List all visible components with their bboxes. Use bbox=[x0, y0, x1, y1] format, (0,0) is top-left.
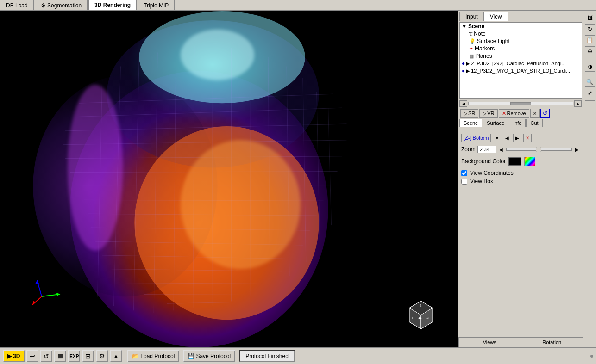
nav-arrow-btn[interactable]: ↩ bbox=[26, 350, 38, 362]
segmentation-icon: ⚙ bbox=[41, 2, 46, 9]
tree-markers-icon: ✦ bbox=[469, 46, 473, 52]
toolbar-expand-btn[interactable]: ⤢ bbox=[585, 88, 595, 98]
svg-point-38 bbox=[181, 140, 301, 269]
main-area: -Z Y- X+ ✦ Input View ▼ Scene T Note 💡 bbox=[0, 11, 596, 347]
btn-3d[interactable]: ▶ 3D bbox=[3, 350, 25, 362]
orientation-dropdown[interactable]: [Z-] Bottom bbox=[461, 134, 491, 142]
save-icon: 💾 bbox=[188, 353, 194, 359]
zoom-decrease-btn[interactable]: ◀ bbox=[498, 146, 504, 153]
text-icon: EXP bbox=[69, 354, 79, 359]
toolbar-separator-3 bbox=[585, 100, 595, 101]
tree-item-markers[interactable]: ✦ Markers bbox=[460, 45, 582, 52]
view-coordinates-row: View Coordinates bbox=[461, 170, 580, 176]
toolbar-add-btn[interactable]: ⊕ bbox=[585, 46, 595, 56]
rotate-btn[interactable]: ↺ bbox=[40, 350, 52, 362]
contrast-icon: ◑ bbox=[588, 63, 592, 70]
toolbar-separator-1 bbox=[585, 59, 595, 59]
sub-tab-cut[interactable]: Cut bbox=[526, 119, 542, 127]
orientation-prev[interactable]: ◀ bbox=[503, 134, 511, 142]
remove-button[interactable]: ✕ Remove bbox=[499, 109, 529, 118]
load-protocol-btn[interactable]: 📂 Load Protocol bbox=[127, 350, 179, 362]
status-dot bbox=[590, 355, 593, 358]
view-box-checkbox[interactable] bbox=[461, 179, 467, 185]
toolbar-doc-btn[interactable]: 📋 bbox=[585, 35, 595, 45]
toolbar-search-btn[interactable]: 🔍 bbox=[585, 77, 595, 87]
tab-view[interactable]: View bbox=[484, 12, 508, 21]
save-protocol-btn[interactable]: 💾 Save Protocol bbox=[183, 350, 235, 362]
layers-btn[interactable]: ⊞ bbox=[82, 350, 94, 362]
scene-tree: ▼ Scene T Note 💡 Surface Light ✦ Markers… bbox=[459, 22, 582, 99]
tab-segmentation[interactable]: ⚙ Segmentation bbox=[35, 0, 88, 10]
tree-item-surface-light[interactable]: 💡 Surface Light bbox=[460, 37, 582, 45]
tree-note-icon: T bbox=[469, 31, 472, 37]
close-panel-button[interactable]: ✕ bbox=[530, 109, 540, 118]
view-coordinates-checkbox[interactable] bbox=[461, 170, 467, 176]
tree-item-note[interactable]: T Note bbox=[460, 30, 582, 37]
view-box-row: View Box bbox=[461, 178, 580, 185]
tree-dataset2-color: ● bbox=[462, 68, 465, 74]
sub-tab-scene[interactable]: Scene bbox=[459, 119, 482, 127]
orientation-nav-down[interactable]: ▼ bbox=[493, 134, 501, 142]
panel-bottom-tabs: Views Rotation bbox=[458, 337, 583, 347]
render-buttons-row: ▷ SR ▷ VR ✕ Remove ✕ ↺ bbox=[458, 108, 583, 119]
sr-button[interactable]: ▷ SR bbox=[460, 109, 478, 118]
orientation-reset[interactable]: ✕ bbox=[523, 134, 532, 142]
zoom-slider[interactable] bbox=[506, 148, 572, 151]
bg-color-swatch[interactable] bbox=[508, 157, 521, 166]
up-btn[interactable]: ▲ bbox=[110, 350, 122, 362]
toolbar-image-btn[interactable]: 🖼 bbox=[585, 13, 595, 23]
zoom-increase-btn[interactable]: ▶ bbox=[574, 146, 580, 153]
settings-btn[interactable]: ⚙ bbox=[96, 350, 108, 362]
zoom-row: Zoom ◀ ▶ bbox=[461, 146, 580, 153]
scroll-thumb[interactable] bbox=[510, 102, 531, 105]
grid-btn[interactable]: ▦ bbox=[54, 350, 66, 362]
tree-light-icon: 💡 bbox=[469, 38, 476, 44]
sub-tab-surface[interactable]: Surface bbox=[483, 119, 508, 127]
color-picker-button[interactable] bbox=[524, 157, 535, 166]
bottom-tab-views[interactable]: Views bbox=[458, 337, 521, 347]
refresh-button[interactable]: ↺ bbox=[540, 109, 550, 118]
right-panel: Input View ▼ Scene T Note 💡 Surface Ligh… bbox=[458, 11, 583, 347]
toolbar-separator-2 bbox=[585, 74, 595, 74]
tree-planes-icon: ▦ bbox=[469, 53, 474, 59]
tab-triple-mip[interactable]: Triple MIP bbox=[138, 0, 175, 10]
scroll-track[interactable] bbox=[468, 102, 573, 105]
viewport-3d[interactable]: -Z Y- X+ ✦ bbox=[0, 11, 458, 347]
tree-dataset1-color: ● bbox=[462, 60, 465, 67]
grid-icon: ▦ bbox=[57, 352, 63, 360]
scroll-right-btn[interactable]: ▶ bbox=[574, 100, 582, 107]
tab-input[interactable]: Input bbox=[459, 12, 484, 21]
image-icon: 🖼 bbox=[587, 15, 593, 21]
sr-icon: ▷ bbox=[464, 111, 467, 117]
toolbar-contrast-btn[interactable]: ◑ bbox=[585, 62, 595, 72]
zoom-slider-thumb[interactable] bbox=[536, 147, 541, 152]
bottom-tab-rotation[interactable]: Rotation bbox=[521, 337, 583, 347]
svg-point-37 bbox=[68, 85, 123, 251]
text-btn[interactable]: EXP bbox=[68, 350, 80, 362]
scroll-left-btn[interactable]: ◀ bbox=[460, 100, 467, 107]
vr-button[interactable]: ▷ VR bbox=[479, 109, 497, 118]
tree-scrollbar[interactable]: ◀ ▶ bbox=[459, 100, 582, 107]
tree-item-scene[interactable]: ▼ Scene bbox=[460, 23, 582, 30]
zoom-value-input[interactable] bbox=[477, 146, 496, 153]
heart-render bbox=[0, 11, 458, 347]
layers-icon: ⊞ bbox=[85, 352, 91, 360]
view-coordinates-label: View Coordinates bbox=[470, 170, 514, 176]
close-icon: ✕ bbox=[533, 111, 537, 116]
rotate-icon: ↻ bbox=[588, 26, 592, 32]
load-protocol-btn-wrap: 📂 Load Protocol bbox=[127, 350, 179, 362]
tab-3d-rendering[interactable]: 3D Rendering bbox=[88, 0, 137, 10]
tree-item-planes[interactable]: ▦ Planes bbox=[460, 52, 582, 60]
svg-point-36 bbox=[181, 30, 254, 80]
sub-tab-info[interactable]: Info bbox=[509, 119, 526, 127]
tree-item-dataset2[interactable]: ● ▶ 12_P3D2_[MYO_1_DAY_STR_LO]_Cardi... bbox=[460, 67, 582, 74]
nav-icon: ↩ bbox=[30, 352, 35, 360]
tree-item-dataset1[interactable]: ● ▶ 2_P3D2_[292]_Cardiac_Perfusion_Angi.… bbox=[460, 60, 582, 67]
orientation-cube[interactable]: -Z Y- X+ ✦ bbox=[402, 296, 439, 333]
tab-db-load[interactable]: DB Load bbox=[0, 0, 34, 10]
refresh-icon: ↺ bbox=[543, 110, 547, 117]
remove-x-icon: ✕ bbox=[502, 111, 506, 117]
svg-text:X+: X+ bbox=[426, 316, 430, 319]
orientation-next[interactable]: ▶ bbox=[513, 134, 521, 142]
toolbar-rotate-btn[interactable]: ↻ bbox=[585, 24, 595, 34]
